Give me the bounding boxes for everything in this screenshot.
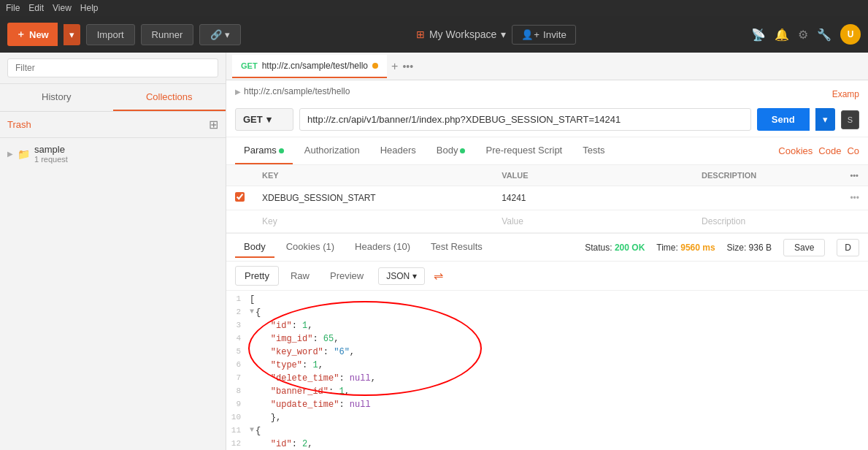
col-more: ••• [841, 165, 868, 186]
breadcrumb-text: http://z.cn/sample/test/hello [244, 86, 350, 96]
chevron-down-icon: ▾ [501, 28, 506, 40]
params-tab-right: Cookies Code Co [778, 145, 859, 156]
fmt-tab-preview[interactable]: Preview [321, 267, 372, 285]
method-badge: GET [241, 61, 258, 70]
new-collection-icon[interactable]: ⊞ [209, 118, 218, 131]
fmt-tab-pretty[interactable]: Pretty [235, 266, 279, 286]
send-dropdown-button[interactable]: ▾ [815, 108, 835, 131]
code-line-7: 7 "delete_time": null, [226, 373, 868, 386]
save-shortcut-button[interactable]: S [841, 110, 859, 129]
menu-file[interactable]: File [6, 3, 20, 13]
resp-status-area: Status: 200 OK Time: 9560 ms Size: 936 B… [585, 239, 859, 256]
tab-prerequest[interactable]: Pre-request Script [477, 137, 571, 164]
params-tabs: Params Authorization Headers Body Pre-re… [226, 137, 868, 165]
col-value: VALUE [493, 165, 693, 186]
format-tabs: Pretty Raw Preview JSON ▾ ⇌ [226, 262, 868, 291]
settings-icon[interactable]: ⚙ [798, 28, 808, 42]
tab-headers[interactable]: Headers [372, 137, 425, 164]
menu-help[interactable]: Help [80, 3, 99, 13]
active-request-tab[interactable]: GET http://z.cn/sample/test/hello [232, 55, 387, 78]
plus-icon: ＋ [16, 28, 26, 41]
avatar[interactable]: U [840, 24, 861, 45]
workspace-button[interactable]: ⊞ My Workspace ▾ [416, 28, 506, 40]
format-select[interactable]: JSON ▾ [378, 267, 425, 285]
unsaved-dot [372, 63, 378, 69]
chevron-down-icon: ▾ [266, 114, 272, 125]
param-empty-row: Key Value Description [226, 210, 868, 233]
tab-authorization[interactable]: Authorization [296, 137, 369, 164]
time-label: Time: 9560 ms [656, 243, 715, 253]
new-button[interactable]: ＋ New [7, 23, 58, 46]
toolbar-right: 📡 🔔 ⚙ 🔧 U [751, 24, 861, 45]
collection-info: sample 1 request [34, 144, 68, 164]
filter-input[interactable] [7, 58, 218, 77]
url-section: ▶ http://z.cn/sample/test/hello Examp GE… [226, 80, 868, 137]
resp-tab-headers[interactable]: Headers (10) [346, 237, 419, 258]
examples-link[interactable]: Examp [832, 89, 859, 99]
empty-value-cell[interactable]: Value [493, 210, 693, 233]
status-value: 200 OK [615, 243, 645, 253]
satellite-icon[interactable]: 📡 [751, 28, 766, 42]
code-area[interactable]: 1 [ 2 ▼ { 3 "id": 1, 4 "img_id": 65, 5 "… [226, 291, 868, 450]
tab-history[interactable]: History [0, 84, 113, 111]
param-more-cell[interactable]: ••• [841, 186, 868, 210]
sidebar: History Collections Trash ⊞ ▶ 📁 sample 1… [0, 53, 226, 450]
menu-edit[interactable]: Edit [28, 3, 44, 13]
menu-view[interactable]: View [53, 3, 72, 13]
wrap-icon[interactable]: ⇌ [434, 269, 443, 283]
size-value: 936 B [749, 243, 772, 253]
params-table: KEY VALUE DESCRIPTION ••• XDEBUG_SESSION… [226, 165, 868, 233]
tab-collections[interactable]: Collections [113, 84, 226, 111]
time-value: 9560 ms [680, 243, 715, 253]
code-line-2: 2 ▼ { [226, 307, 868, 320]
tab-body[interactable]: Body [428, 137, 475, 164]
invite-button[interactable]: 👤+ Invite [512, 25, 576, 45]
sidebar-tabs: History Collections [0, 84, 226, 112]
import-button[interactable]: Import [86, 24, 135, 45]
param-checkbox-cell[interactable] [226, 186, 253, 210]
resp-tab-cookies[interactable]: Cookies (1) [277, 237, 343, 258]
url-input[interactable] [299, 108, 751, 131]
request-area: GET http://z.cn/sample/test/hello + ••• … [226, 53, 868, 450]
empty-desc-cell[interactable]: Description [693, 210, 841, 233]
empty-key-cell[interactable]: Key [253, 210, 493, 233]
method-select[interactable]: GET ▾ [235, 108, 293, 131]
menu-bar: File Edit View Help [0, 0, 868, 16]
collection-item[interactable]: ▶ 📁 sample 1 request [0, 138, 226, 169]
workspace-label: My Workspace [429, 28, 496, 40]
code-line-12: 12 "id": 2, [226, 438, 868, 450]
resp-tab-body[interactable]: Body [235, 237, 274, 258]
co-link[interactable]: Co [847, 145, 859, 156]
arrow-right-icon: ▶ [235, 88, 241, 96]
runner-button[interactable]: Runner [141, 24, 194, 45]
save-response-button[interactable]: Save [783, 239, 825, 256]
body-dot [460, 148, 465, 153]
code-link[interactable]: Code [818, 145, 841, 156]
cookies-link[interactable]: Cookies [778, 145, 813, 156]
trash-button[interactable]: Trash [7, 119, 31, 130]
more-tabs-button[interactable]: ••• [402, 61, 413, 72]
wrench-icon[interactable]: 🔧 [817, 28, 831, 42]
param-key-cell[interactable]: XDEBUG_SESSION_START [253, 186, 493, 210]
param-checkbox[interactable] [235, 192, 245, 202]
params-dot [279, 148, 284, 153]
code-line-10: 10 }, [226, 412, 868, 425]
tab-params[interactable]: Params [235, 137, 293, 164]
download-button[interactable]: D [837, 239, 859, 256]
fmt-tab-raw[interactable]: Raw [282, 267, 318, 285]
resp-tab-testresults[interactable]: Test Results [422, 237, 491, 258]
code-line-5: 5 "key_word": "6", [226, 346, 868, 359]
param-desc-cell[interactable] [693, 186, 841, 210]
code-line-3: 3 "id": 1, [226, 320, 868, 333]
toolbar-center: ⊞ My Workspace ▾ 👤+ Invite [247, 25, 745, 45]
api-button[interactable]: 🔗 ▾ [199, 24, 241, 45]
send-button[interactable]: Send [757, 108, 810, 131]
code-line-1: 1 [ [226, 294, 868, 307]
param-value-cell[interactable]: 14241 [493, 186, 693, 210]
tab-tests[interactable]: Tests [574, 137, 613, 164]
add-tab-button[interactable]: + [387, 60, 402, 73]
size-label: Size: 936 B [727, 243, 772, 253]
col-description: DESCRIPTION [693, 165, 841, 186]
bell-icon[interactable]: 🔔 [775, 28, 789, 42]
new-dropdown-button[interactable]: ▾ [64, 24, 80, 45]
